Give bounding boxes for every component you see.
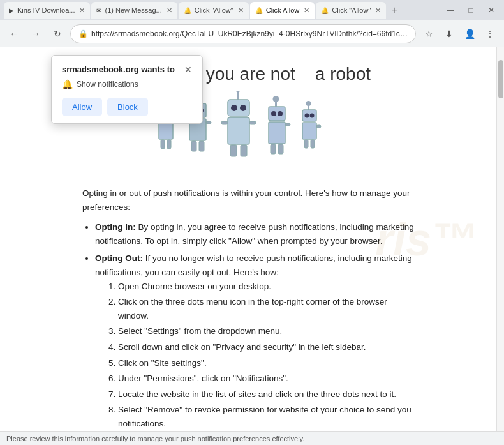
tab-icon-clickallow1: 🔔 bbox=[184, 7, 191, 14]
step-6: Under "Permissions", click on "Notificat… bbox=[118, 372, 414, 386]
step-1: Open Chrome browser on your desktop. bbox=[118, 280, 414, 294]
tab-messages[interactable]: ✉ (1) New Messag... ✕ bbox=[91, 2, 177, 19]
maximize-button[interactable]: □ bbox=[462, 4, 480, 17]
svg-rect-16 bbox=[191, 141, 196, 151]
svg-rect-15 bbox=[206, 121, 211, 124]
tab-label-clickallow-active: Click Allow bbox=[266, 6, 300, 14]
svg-point-19 bbox=[234, 91, 242, 92]
bullet-optout: Opting Out: If you no longer wish to rec… bbox=[95, 252, 414, 430]
refresh-button[interactable]: ↻ bbox=[48, 25, 66, 43]
forward-button[interactable]: → bbox=[27, 25, 45, 43]
title-bar: ▶ KirisTV Downloa... ✕ ✉ (1) New Messag.… bbox=[0, 0, 504, 20]
svg-rect-5 bbox=[159, 121, 173, 139]
bullet-optin: Opting In: By opting in, you agree to re… bbox=[95, 220, 414, 248]
svg-rect-35 bbox=[271, 144, 276, 154]
download-button[interactable]: ⬇ bbox=[440, 25, 458, 43]
tab-label-clickallow1: Click "Allow" bbox=[195, 6, 233, 14]
address-bar: ← → ↻ 🔒 https://srmadsmebook.org/QecTaLU… bbox=[0, 20, 504, 47]
tab-close-kiristv[interactable]: ✕ bbox=[79, 6, 85, 15]
svg-rect-33 bbox=[269, 122, 285, 144]
url-text: https://srmadsmebook.org/QecTaLU_UkR0EzB… bbox=[91, 29, 408, 38]
optin-text: By opting in, you agree to receive push … bbox=[95, 222, 414, 246]
tab-close-clickallow1[interactable]: ✕ bbox=[238, 6, 244, 15]
hero-suffix: a robot bbox=[315, 64, 371, 84]
intro-text: Opting in or out of push notifications i… bbox=[82, 186, 414, 214]
step-2: Click on the three dots menu icon in the… bbox=[118, 295, 414, 322]
tab-clickallow2[interactable]: 🔔 Click "Allow" ✕ bbox=[316, 2, 386, 19]
robot-3 bbox=[221, 91, 256, 156]
svg-point-21 bbox=[231, 105, 237, 111]
window-controls: — □ ✕ bbox=[441, 4, 500, 17]
svg-point-31 bbox=[271, 111, 276, 116]
menu-button[interactable]: ⋮ bbox=[481, 25, 499, 43]
svg-rect-44 bbox=[304, 140, 308, 148]
status-bar: Please review this information carefully… bbox=[0, 431, 504, 445]
tab-icon-clickallow2: 🔔 bbox=[321, 7, 329, 14]
svg-point-40 bbox=[305, 114, 309, 118]
new-tab-button[interactable]: + bbox=[387, 4, 401, 16]
svg-rect-30 bbox=[269, 107, 285, 121]
profile-button[interactable]: 👤 bbox=[461, 25, 478, 43]
popup-title: srmadsmebook.org wants to bbox=[62, 64, 175, 74]
popup-permission-row: 🔔 Show notifications bbox=[62, 79, 192, 89]
status-text: Please review this information carefully… bbox=[6, 435, 304, 442]
optout-title: Opting Out: bbox=[95, 253, 143, 263]
popup-header: srmadsmebook.org wants to ✕ bbox=[62, 64, 192, 74]
svg-rect-42 bbox=[302, 123, 316, 139]
svg-point-41 bbox=[310, 114, 315, 118]
url-bar[interactable]: 🔒 https://srmadsmebook.org/QecTaLU_UkR0E… bbox=[70, 24, 416, 43]
steps-list: Open Chrome browser on your desktop. Cli… bbox=[118, 280, 414, 431]
address-actions: ☆ ⬇ 👤 ⋮ bbox=[420, 25, 499, 43]
tab-clickallow1[interactable]: 🔔 Click "Allow" ✕ bbox=[179, 2, 249, 19]
svg-rect-26 bbox=[230, 145, 237, 156]
svg-rect-6 bbox=[161, 140, 165, 149]
svg-rect-45 bbox=[311, 140, 315, 148]
page-content: ris™ srmadsmebook.org wants to ✕ 🔔 Show … bbox=[0, 47, 496, 431]
svg-rect-27 bbox=[241, 145, 247, 156]
optout-text: If you no longer wish to receive push no… bbox=[95, 253, 412, 277]
tab-icon-messages: ✉ bbox=[96, 7, 101, 14]
step-8: Select "Remove" to revoke permission for… bbox=[118, 403, 414, 430]
close-button[interactable]: ✕ bbox=[482, 4, 500, 17]
svg-point-38 bbox=[306, 101, 311, 106]
lock-icon: 🔒 bbox=[78, 29, 88, 38]
notification-popup: srmadsmebook.org wants to ✕ 🔔 Show notif… bbox=[51, 55, 203, 124]
svg-rect-24 bbox=[221, 121, 228, 124]
svg-point-32 bbox=[278, 111, 283, 116]
popup-permission-text: Show notifications bbox=[77, 80, 138, 89]
tab-label-kiristv: KirisTV Downloa... bbox=[17, 6, 75, 14]
svg-point-29 bbox=[273, 96, 279, 102]
allow-button[interactable]: Allow bbox=[62, 98, 102, 116]
popup-close-button[interactable]: ✕ bbox=[184, 65, 192, 74]
svg-rect-23 bbox=[228, 117, 249, 144]
step-7: Locate the website in the list of sites … bbox=[118, 388, 414, 402]
block-button[interactable]: Block bbox=[107, 98, 148, 116]
tab-close-active[interactable]: ✕ bbox=[304, 6, 309, 15]
scrollbar-thumb[interactable] bbox=[498, 60, 503, 98]
tab-label-clickallow2: Click "Allow" bbox=[332, 6, 371, 14]
svg-rect-34 bbox=[285, 123, 290, 126]
info-section: Opting in or out of push notifications i… bbox=[82, 186, 414, 431]
tab-clickallow-active[interactable]: 🔔 Click Allow ✕ bbox=[250, 2, 315, 19]
svg-rect-36 bbox=[278, 144, 283, 154]
svg-rect-25 bbox=[249, 121, 256, 124]
tab-icon-clickallow-active: 🔔 bbox=[255, 7, 263, 14]
tab-kiristv[interactable]: ▶ KirisTV Downloa... ✕ bbox=[4, 2, 90, 19]
step-4: Scroll down and click on "Privacy and se… bbox=[118, 340, 414, 354]
step-5: Click on "Site settings". bbox=[118, 356, 414, 370]
bullets-list: Opting In: By opting in, you agree to re… bbox=[95, 220, 414, 430]
star-button[interactable]: ☆ bbox=[420, 25, 438, 43]
optin-title: Opting In: bbox=[95, 222, 136, 232]
tab-close-clickallow2[interactable]: ✕ bbox=[375, 6, 381, 15]
tab-icon-kiristv: ▶ bbox=[9, 7, 14, 14]
robot-5 bbox=[302, 101, 321, 148]
robot-4 bbox=[269, 96, 290, 154]
tab-close-messages[interactable]: ✕ bbox=[167, 6, 172, 15]
minimize-button[interactable]: — bbox=[441, 4, 459, 17]
scrollbar[interactable] bbox=[496, 47, 504, 431]
svg-point-22 bbox=[240, 105, 246, 111]
svg-rect-39 bbox=[302, 110, 316, 121]
popup-buttons: Allow Block bbox=[62, 98, 192, 116]
svg-rect-43 bbox=[316, 125, 321, 128]
back-button[interactable]: ← bbox=[5, 25, 23, 43]
